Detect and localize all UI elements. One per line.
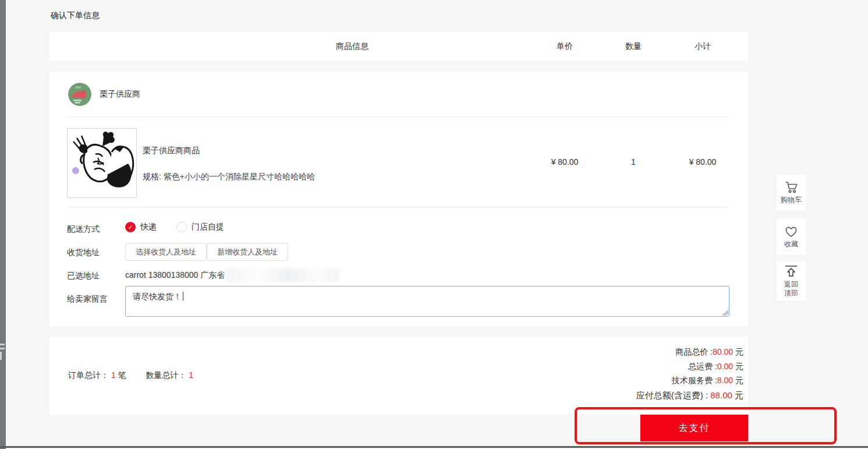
page-title: 确认下单信息 [51, 10, 100, 21]
order-total-label: 订单总计： [68, 370, 109, 380]
radio-store-pickup[interactable]: 门店自提 [176, 222, 235, 232]
redacted-address-detail [226, 268, 339, 282]
heart-icon [784, 225, 798, 238]
left-window-edge [0, 0, 6, 449]
selected-address-label: 已选地址 [67, 271, 100, 281]
select-address-button[interactable]: 选择收货人及地址 [125, 243, 207, 261]
seller-message-text: 请尽快发货！ [133, 292, 182, 301]
delivery-method-label: 配送方式 [67, 224, 100, 235]
total-line-goods: 商品总价 :80.00 元 [511, 345, 743, 359]
delivery-method-group: ✓ 快递 门店自提 [125, 222, 235, 232]
order-total-value: 1 [111, 370, 116, 380]
total-line-service-fee: 技术服务费 :8.00 元 [511, 373, 743, 388]
textarea-resize-grip[interactable] [722, 310, 728, 316]
product-name[interactable]: 栗子供应商商品 [143, 146, 200, 156]
text-caret [183, 292, 183, 300]
total-line-shipping: 总运费 :0.00 元 [511, 359, 743, 374]
window-bottom-edge [0, 446, 868, 448]
totals-list: 商品总价 :80.00 元 总运费 :0.00 元 技术服务费 :8.00 元 … [511, 345, 743, 403]
address-label: 收货地址 [67, 248, 100, 258]
back-to-top-label-line1: 返回 [784, 280, 798, 289]
divider [67, 116, 729, 117]
radio-unchecked-icon[interactable] [176, 222, 187, 232]
supplier-row: 栗子供应商 [68, 82, 140, 107]
floating-cart-button[interactable]: 购物车 [777, 175, 806, 210]
seller-message-label: 给卖家留言 [67, 294, 108, 305]
favorite-label: 收藏 [784, 240, 798, 249]
column-header-subtotal: 小计 [659, 32, 746, 61]
supplier-name[interactable]: 栗子供应商 [100, 89, 140, 100]
cart-label: 购物车 [781, 196, 802, 204]
cart-icon [784, 181, 798, 194]
order-confirm-page: 确认下单信息 商品信息 单价 数量 小计 栗子供应商 [0, 0, 868, 449]
table-header-bar: 商品信息 单价 数量 小计 [49, 32, 748, 61]
radio-store-pickup-label[interactable]: 门店自提 [192, 222, 224, 232]
back-to-top-label-line2: 顶部 [784, 289, 798, 298]
order-total-unit: 笔 [118, 370, 126, 380]
order-card: 栗子供应商 栗子供应商商品 规格: 紫色+小小的一个消除星星尺寸哈哈 [49, 72, 748, 326]
product-subtotal: ¥ 80.00 [659, 157, 746, 167]
radio-checked-icon[interactable]: ✓ [125, 222, 136, 232]
seller-message-input[interactable]: 请尽快发货！ [125, 286, 729, 317]
add-address-button[interactable]: 新增收货人及地址 [207, 243, 288, 261]
go-pay-button[interactable]: 去支付 [640, 415, 748, 441]
quantity-total-label: 数量总计： [146, 370, 186, 380]
divider [67, 207, 729, 207]
total-line-payable: 应付总额(含运费) : 88.00 元 [511, 388, 743, 403]
order-totals: 订单总计： 1 笔 数量总计： 1 [68, 370, 193, 381]
supplier-avatar [68, 83, 91, 106]
radio-express-label[interactable]: 快递 [140, 222, 157, 232]
selected-address-row: carrot 13800138000 广东省 [125, 268, 339, 282]
selected-address-value: carrot 13800138000 广东省 [125, 270, 225, 281]
summary-card: 订单总计： 1 笔 数量总计： 1 商品总价 :80.00 元 总运费 :0.0… [49, 337, 748, 415]
product-spec: 规格: 紫色+小小的一个消除星星尺寸哈哈哈哈哈 [143, 172, 315, 182]
floating-back-to-top-button[interactable]: 返回 顶部 [777, 261, 806, 300]
radio-express[interactable]: ✓ 快递 [125, 222, 167, 232]
quantity-total-value: 1 [189, 370, 193, 380]
column-header-product-info: 商品信息 [245, 32, 460, 61]
product-image[interactable] [67, 128, 137, 198]
back-to-top-icon [784, 264, 799, 278]
floating-favorite-button[interactable]: 收藏 [777, 219, 806, 254]
